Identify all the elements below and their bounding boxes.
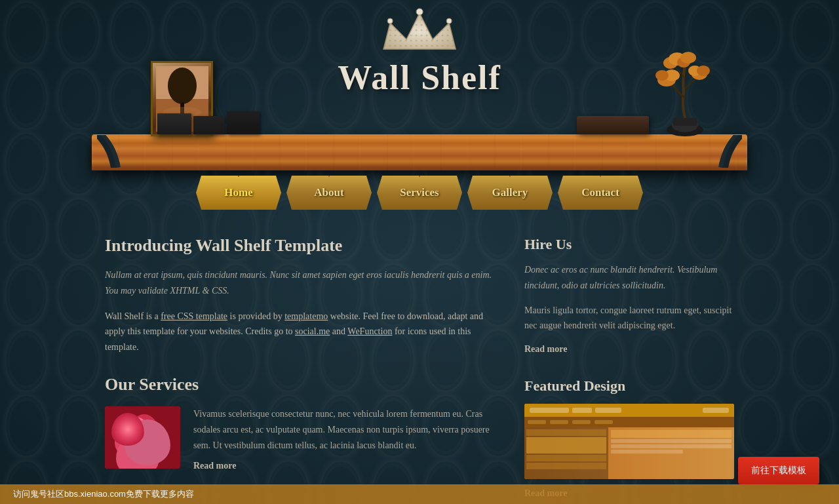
main-content: Introducing Wall Shelf Template Nullam a… (0, 210, 839, 504)
nav-item-gallery[interactable]: Gallery (467, 176, 553, 210)
shelf-plank (92, 134, 747, 170)
bracket-left (97, 135, 133, 170)
and-text: and (330, 326, 347, 336)
nav-item-contact[interactable]: Contact (558, 176, 643, 210)
nav-item-services[interactable]: Services (377, 176, 462, 210)
social-me-link[interactable]: social.me (295, 326, 330, 336)
intro-para2: Wall Shelf is a free CSS template is pro… (105, 309, 498, 355)
featured-preview (524, 404, 734, 479)
watermark-bar: 访问鬼号社区bbs.xieniao.com免费下载更多内容 (0, 484, 839, 504)
hire-us-body: Mauris ligula tortor, congue laoreet rut… (524, 303, 734, 334)
svg-point-19 (697, 66, 710, 76)
nav-label-services: Services (400, 186, 439, 199)
nav-label-home: Home (224, 186, 252, 199)
nav-item-home[interactable]: Home (196, 176, 281, 210)
services-body: Vivamus scelerisque consectetur nunc, ne… (193, 406, 498, 453)
svg-point-16 (655, 70, 669, 81)
intro-section: Introducing Wall Shelf Template Nullam a… (105, 236, 498, 355)
navigation: Home About Services Gallery Contact (196, 176, 643, 210)
bracket-right (706, 135, 742, 170)
svg-marker-6 (383, 13, 456, 49)
shelf-wallet (577, 116, 649, 134)
nav-tag-contact[interactable]: Contact (558, 176, 643, 210)
featured-blog-label (530, 408, 569, 413)
service-text: Vivamus scelerisque consectetur nunc, ne… (193, 406, 498, 471)
featured-nav-bar (524, 417, 734, 427)
svg-point-30 (132, 433, 143, 443)
featured-body (524, 427, 734, 479)
hire-us-heading: Hire Us (524, 236, 734, 253)
hire-us-section: Hire Us Donec ac eros ac nunc blandit he… (524, 236, 734, 355)
services-read-more[interactable]: Read more (193, 461, 236, 471)
featured-image (524, 404, 734, 479)
nav-tag-gallery[interactable]: Gallery (467, 176, 553, 210)
hire-us-italic: Donec ac eros ac nunc blandit hendrerit.… (524, 262, 734, 294)
templatemo-link[interactable]: templatemo (284, 311, 328, 321)
services-content: Vivamus scelerisque consectetur nunc, ne… (105, 406, 498, 471)
featured-main-content (608, 427, 734, 479)
svg-point-23 (680, 52, 696, 64)
svg-point-27 (115, 428, 141, 457)
nav-label-contact: Contact (581, 186, 619, 199)
intro-middle: is provided by (227, 311, 284, 321)
svg-point-29 (128, 417, 147, 441)
wefunction-link[interactable]: WeFunction (347, 326, 392, 336)
content-right: Hire Us Donec ac eros ac nunc blandit he… (524, 236, 734, 499)
nav-label-about: About (314, 186, 343, 199)
intro-prefix: Wall Shelf is a (105, 311, 161, 321)
svg-point-9 (168, 68, 197, 104)
service-image (105, 406, 180, 469)
download-button[interactable]: 前往下载模板 (738, 457, 819, 484)
featured-sidebar (524, 427, 608, 479)
logo-area: Wall Shelf (338, 7, 501, 97)
nav-item-about[interactable]: About (286, 176, 372, 210)
intro-heading: Introducing Wall Shelf Template (105, 236, 498, 256)
nav-label-gallery: Gallery (492, 186, 528, 199)
svg-point-28 (139, 429, 163, 456)
intro-para1: Nullam at erat ipsum, quis tincidunt mau… (105, 267, 498, 299)
featured-topbar (524, 404, 734, 417)
content-left: Introducing Wall Shelf Template Nullam a… (105, 236, 498, 499)
svg-point-2 (387, 18, 393, 24)
hire-us-read-more[interactable]: Read more (524, 344, 567, 354)
nav-tag-home[interactable]: Home (196, 176, 281, 210)
bonsai-decoration (652, 46, 718, 138)
svg-point-3 (446, 18, 452, 24)
featured-heading: Featured Design (524, 378, 734, 395)
svg-rect-13 (673, 118, 697, 126)
crown-icon (377, 7, 462, 52)
services-heading: Our Services (105, 375, 498, 395)
header-area: Wall Shelf (0, 0, 839, 210)
site-title: Wall Shelf (338, 58, 501, 97)
watermark-text: 访问鬼号社区bbs.xieniao.com免费下载更多内容 (13, 488, 194, 500)
nav-tag-services[interactable]: Services (377, 176, 462, 210)
featured-section: Featured Design (524, 378, 734, 499)
nav-tag-about[interactable]: About (286, 176, 372, 210)
free-template-link[interactable]: free CSS template (161, 311, 227, 321)
services-section: Our Services Viva (105, 375, 498, 471)
intro-para1-text: Nullam at erat ipsum, quis tincidunt mau… (105, 270, 492, 296)
